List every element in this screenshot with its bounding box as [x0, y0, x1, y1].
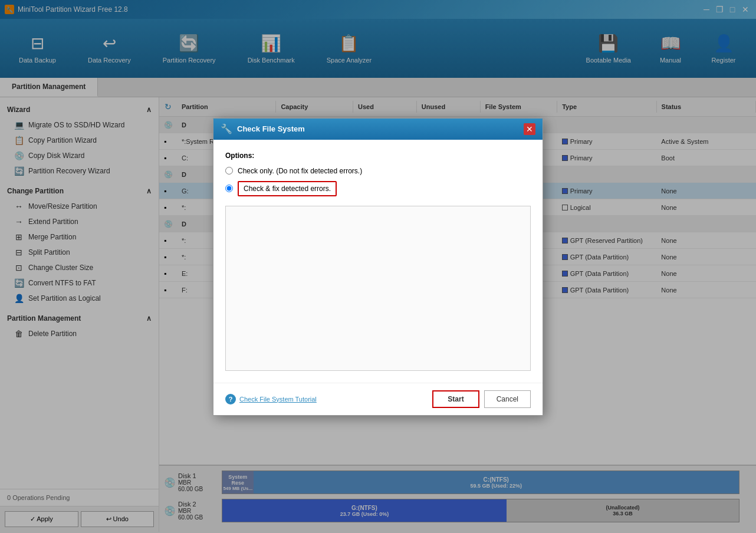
- modal-body: Options: Check only. (Do not fix detecte…: [213, 140, 543, 383]
- modal-close-button[interactable]: ✕: [524, 123, 535, 135]
- modal-overlay: 🔧 Check File System ✕ Options: Check onl…: [0, 0, 756, 533]
- help-icon: ?: [225, 394, 236, 404]
- modal-title-text: Check File System: [237, 124, 519, 133]
- check-filesystem-modal: 🔧 Check File System ✕ Options: Check onl…: [213, 118, 543, 416]
- modal-option2-radio[interactable]: [225, 185, 233, 192]
- modal-radio-group: Check only. (Do not fix detected errors.…: [225, 167, 531, 196]
- modal-option1-radio[interactable]: [225, 167, 233, 175]
- help-link[interactable]: Check File System Tutorial: [239, 396, 317, 403]
- modal-option2-label: Check & fix detected errors.: [244, 185, 331, 193]
- modal-output-area: [225, 206, 531, 371]
- modal-title-bar: 🔧 Check File System ✕: [213, 119, 543, 140]
- modal-option2-item[interactable]: Check & fix detected errors.: [225, 181, 531, 196]
- modal-option1-label: Check only. (Do not fix detected errors.…: [238, 167, 362, 175]
- start-button[interactable]: Start: [432, 390, 479, 408]
- modal-footer: ? Check File System Tutorial Start Cance…: [213, 383, 543, 415]
- modal-options-label: Options:: [225, 152, 531, 160]
- modal-option1-item[interactable]: Check only. (Do not fix detected errors.…: [225, 167, 531, 175]
- modal-help: ? Check File System Tutorial: [225, 394, 317, 404]
- modal-title-icon: 🔧: [221, 123, 232, 134]
- modal-footer-buttons: Start Cancel: [432, 390, 531, 408]
- cancel-button[interactable]: Cancel: [484, 390, 531, 408]
- modal-option2-selected: Check & fix detected errors.: [238, 181, 337, 196]
